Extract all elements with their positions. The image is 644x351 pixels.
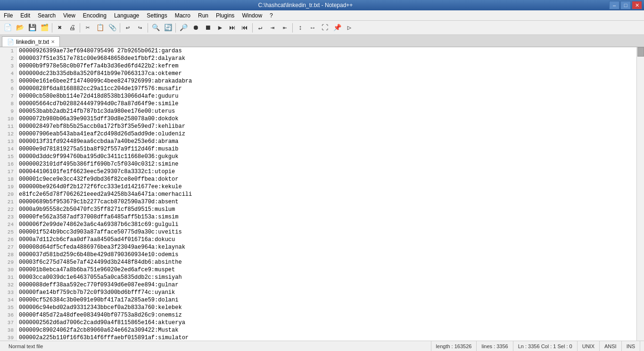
menu-item-view[interactable]: View [59,10,79,20]
separator-1 [52,23,52,33]
sync-scroll-h[interactable]: ↔ [307,22,318,33]
line-number-10: 10 [3,115,14,123]
fullscreen-button[interactable]: ⛶ [319,22,330,33]
separator-6 [252,23,253,33]
code-line-9: 000053babb2adb214fb787b1c3da980ee176e00:… [19,108,635,115]
replace-button[interactable]: 🔄 [162,22,173,33]
menu-item-?[interactable]: ? [266,10,277,20]
line-number-18: 18 [3,176,14,183]
code-line-3: 00000b9f978e58c0b07fef7a4b3d36ed6fd422b2… [19,62,635,70]
find-button[interactable]: 🔍 [150,22,161,33]
macro-record-button[interactable]: ⏺ [190,22,201,33]
menu-item-run[interactable]: Run [194,10,212,20]
menu-item-macro[interactable]: Macro [171,10,194,20]
file-type-status: Normal text file [4,341,431,351]
menu-item-language[interactable]: Language [110,10,143,20]
code-line-29: 00003f6c275d7485e7af424499d3b2448f84db6:… [19,259,635,266]
length-status: length : 163526 [431,341,477,351]
line-number-24: 24 [3,221,14,228]
line-number-7: 7 [3,92,14,100]
macro-stop-button[interactable]: ⏹ [202,22,214,33]
line-number-1: 1 [3,47,14,55]
menu-item-edit[interactable]: Edit [17,10,34,20]
line-number-9: 9 [3,108,14,115]
menu-item-search[interactable]: Search [34,10,59,20]
code-line-2: 0000037f51e3517e781c00e96848658dee1fbbf2… [19,55,635,62]
vertical-scrollbar[interactable] [636,47,644,341]
toolbar: 📄 📂 💾 🗂️ ✖ 🖨 ✂ 📋 📎 ↩ ↪ 🔍 🔄 🔎 ⏺ ⏹ ▶ ⏭ ⏮ ↵… [0,21,644,35]
tab-icon: 📄 [7,39,14,45]
code-line-38: 000009c89024062fa2cb89060a624e662a309422… [19,326,635,334]
code-line-6: 00000828f6da8168882cc29a11cc204de197f576… [19,85,635,92]
code-line-10: 0000072b980b06a39e90315dff30d8e258078a00… [19,115,635,123]
cursor-status: Ln : 3356 Col : 1 Sel : 0 [513,341,578,351]
title-text: C:\hashcat\linkedin_tr.txt - Notepad++ [2,2,609,8]
code-line-34: 00000cf526384c3b0e091e90bf417a17a285ae59… [19,296,635,304]
code-line-21: 00000689b5f953679c1b2277cacb8702590a370d… [19,198,635,206]
menu-item-plugins[interactable]: Plugins [212,10,238,20]
indent-button[interactable]: ⇥ [267,22,278,33]
undo-button[interactable]: ↩ [122,22,133,33]
menu-item-settings[interactable]: Settings [143,10,171,20]
minimize-button[interactable]: – [609,1,619,9]
run-button[interactable]: ▷ [344,22,355,33]
line-number-17: 17 [3,168,14,176]
redo-button[interactable]: ↪ [134,22,146,33]
status-bar: Normal text file length : 163526 lines :… [0,341,644,351]
tab-linkedin-tr[interactable]: 📄 linkedin_tr.txt ✕ [2,36,60,47]
code-line-22: 0000a9b95558c2b50470fc35ff8271cf85d9515:… [19,206,635,213]
line-number-29: 29 [3,259,14,266]
copy-button[interactable]: 📋 [94,22,106,33]
maximize-button[interactable]: □ [620,1,631,9]
title-bar: C:\hashcat\linkedin_tr.txt - Notepad++ –… [0,0,644,10]
code-line-39: 000002a225b110f16f63b14f6fffaebf015891af… [19,334,635,341]
code-line-32: 0000088deff38aa592ec770f09349d6e087ee894… [19,281,635,289]
line-number-39: 39 [3,334,14,341]
zoom-in-button[interactable]: 🔎 [178,22,189,33]
code-line-1: 00000926399ae73ef69480795496 27b9265b062… [19,47,635,55]
line-number-8: 8 [3,100,14,108]
line-number-25: 25 [3,228,14,236]
line-number-4: 4 [3,70,14,77]
code-line-37: 0000002562d6ad7006c2cadd90a4f8115865e164… [19,319,635,326]
code-line-26: 0000a7d112cb6cfaa0df7aa84505ad4f016716a:… [19,236,635,243]
code-line-5: 00000e161e6bee2f14740099c4bee8247926999:… [19,77,635,85]
menu-item-window[interactable]: Window [238,10,266,20]
tab-close-button[interactable]: ✕ [51,39,55,44]
code-content[interactable]: 00000926399ae73ef69480795496 27b9265b062… [17,47,636,341]
open-button[interactable]: 📂 [14,22,25,33]
menu-item-file[interactable]: File [0,10,17,20]
separator-7 [292,23,293,33]
line-number-20: 20 [3,191,14,198]
line-number-36: 36 [3,311,14,319]
macro-play-button[interactable]: ▶ [215,22,226,33]
save-all-button[interactable]: 🗂️ [39,22,50,33]
print-button[interactable]: 🖨 [66,22,78,33]
code-line-8: 000005664cd7b0288244497994d0c78a87d64f9e… [19,100,635,108]
outdent-button[interactable]: ⇤ [279,22,290,33]
sync-scroll-v[interactable]: ↕ [295,22,306,33]
line-number-34: 34 [3,296,14,304]
toolbar-btn-extra1[interactable]: ⏮ [239,22,250,33]
line-number-16: 16 [3,160,14,168]
line-number-32: 32 [3,281,14,289]
save-button[interactable]: 💾 [26,22,38,33]
paste-button[interactable]: 📎 [107,22,118,33]
cut-button[interactable]: ✂ [82,22,93,33]
toggle-wrap[interactable]: ↵ [255,22,266,33]
line-number-22: 22 [3,206,14,213]
new-button[interactable]: 📄 [2,22,13,33]
post-it-button[interactable]: 📌 [331,22,343,33]
close-tab-button[interactable]: ✖ [54,22,66,33]
menu-item-encoding[interactable]: Encoding [79,10,110,20]
code-line-18: 000001c9ece9e3cc432fe9dbd36f82ce8e0ffbea… [19,176,635,183]
line-number-13: 13 [3,138,14,145]
code-line-14: 00000e9d781819275a51ba8f92f557a9f112d46f… [19,145,635,153]
line-number-27: 27 [3,243,14,251]
line-number-19: 19 [3,183,14,191]
close-button[interactable]: ✕ [632,1,642,9]
code-line-13: 0000013f31fd924489eaa6ccbdaa7a40be253e6d… [19,138,635,145]
macro-run-button[interactable]: ⏭ [227,22,238,33]
editor-area: 1234567891011121314151617181920212223242… [0,47,644,341]
window-controls: – □ ✕ [609,1,642,9]
